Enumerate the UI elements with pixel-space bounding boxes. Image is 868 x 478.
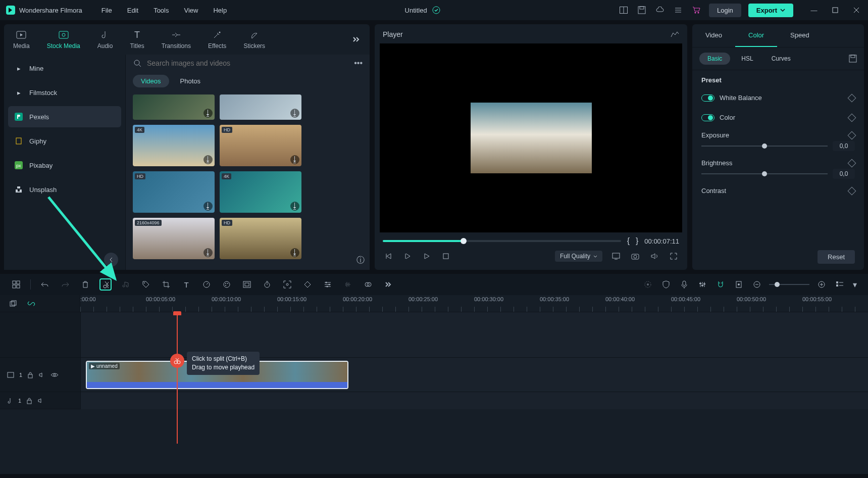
- reset-button[interactable]: Reset: [818, 250, 855, 264]
- mark-out-icon[interactable]: }: [636, 236, 638, 246]
- zoom-in-icon[interactable]: [815, 278, 828, 291]
- mix-icon[interactable]: [362, 278, 374, 291]
- brightness-value[interactable]: 0,0: [833, 169, 855, 179]
- snapshot-icon[interactable]: [630, 251, 641, 262]
- source-filmstock[interactable]: ▸Filmstock: [8, 82, 121, 103]
- play-icon[interactable]: [421, 251, 432, 262]
- visible-icon[interactable]: [50, 372, 59, 377]
- keyframe-icon[interactable]: [848, 186, 856, 195]
- save-icon[interactable]: [636, 5, 647, 16]
- copy-track-icon[interactable]: [7, 298, 19, 310]
- exposure-value[interactable]: 0,0: [833, 141, 855, 151]
- source-pexels[interactable]: Pexels: [8, 106, 121, 127]
- stop-icon[interactable]: [440, 251, 451, 262]
- download-icon[interactable]: ⭳: [290, 109, 299, 118]
- view-options-icon[interactable]: [834, 278, 846, 291]
- undo-icon[interactable]: [39, 278, 51, 291]
- menu-help[interactable]: Help: [213, 7, 227, 14]
- stock-thumb[interactable]: 2160x4096⭳: [133, 218, 215, 259]
- color-icon[interactable]: [221, 278, 233, 291]
- display-icon[interactable]: [610, 251, 622, 262]
- cloud-icon[interactable]: [654, 5, 666, 16]
- media-tab-videos[interactable]: Videos: [133, 75, 169, 87]
- music-icon[interactable]: [120, 278, 132, 291]
- menu-file[interactable]: File: [101, 7, 112, 14]
- prop-tab-speed[interactable]: Speed: [777, 24, 823, 47]
- color-toggle[interactable]: [701, 114, 714, 121]
- keyframe-icon[interactable]: [848, 93, 856, 102]
- tab-stock-media[interactable]: Stock Media: [47, 29, 80, 50]
- tab-transitions[interactable]: Transitions: [162, 29, 191, 50]
- download-icon[interactable]: ⭳: [290, 202, 299, 211]
- tab-titles[interactable]: TTitles: [130, 29, 144, 50]
- close-icon[interactable]: [851, 5, 862, 16]
- mute-icon[interactable]: [37, 398, 44, 404]
- thumbnail-grid[interactable]: ⭳ ⭳ 4K⭳ HD⭳ HD⭳ 4K⭳ 2160x4096⭳ HD⭳: [126, 90, 370, 270]
- tab-effects[interactable]: Effects: [208, 29, 226, 50]
- keyframe-icon[interactable]: [301, 278, 314, 291]
- save-preset-icon[interactable]: [849, 55, 857, 63]
- more-icon[interactable]: •••: [354, 59, 363, 68]
- timer-icon[interactable]: [261, 278, 273, 291]
- subtab-basic[interactable]: Basic: [699, 53, 730, 65]
- graph-icon[interactable]: [670, 31, 679, 38]
- marker-icon[interactable]: [733, 278, 745, 291]
- source-giphy[interactable]: Giphy: [8, 130, 121, 152]
- search-input[interactable]: [147, 59, 349, 67]
- maximize-icon[interactable]: [830, 5, 841, 16]
- lock-icon[interactable]: [27, 371, 33, 378]
- tab-audio[interactable]: Audio: [97, 29, 113, 50]
- mic-icon[interactable]: [678, 278, 690, 291]
- prop-tab-color[interactable]: Color: [735, 24, 777, 47]
- more-tools-icon[interactable]: [382, 278, 394, 291]
- shield-icon[interactable]: [660, 278, 672, 291]
- zoom-slider[interactable]: [769, 284, 809, 285]
- download-icon[interactable]: ⭳: [203, 202, 213, 211]
- tag-icon[interactable]: [140, 278, 152, 291]
- prev-frame-icon[interactable]: [383, 251, 394, 262]
- stock-thumb[interactable]: ⭳: [133, 94, 215, 120]
- layout-grid-icon[interactable]: [10, 278, 22, 291]
- menu-edit[interactable]: Edit: [127, 7, 138, 14]
- zoom-out-icon[interactable]: [751, 278, 763, 291]
- magnet-icon[interactable]: [714, 278, 727, 291]
- layout-icon[interactable]: [618, 5, 629, 16]
- menu-tools[interactable]: Tools: [154, 7, 169, 14]
- export-button[interactable]: Export: [748, 4, 793, 17]
- keyframe-icon[interactable]: [848, 131, 856, 139]
- record-icon[interactable]: [642, 278, 654, 291]
- stock-thumb[interactable]: HD⭳: [220, 125, 301, 166]
- tab-media[interactable]: Media: [13, 29, 30, 50]
- stock-thumb[interactable]: HD⭳: [133, 171, 215, 213]
- source-pixabay[interactable]: pxPixabay: [8, 155, 121, 176]
- download-icon[interactable]: ⭳: [290, 248, 299, 257]
- source-mine[interactable]: ▸Mine: [8, 58, 121, 79]
- stock-thumb[interactable]: HD⭳: [220, 218, 301, 259]
- expand-tabs-icon[interactable]: [352, 36, 361, 42]
- split-handle[interactable]: [170, 354, 184, 368]
- delete-icon[interactable]: [79, 278, 91, 291]
- login-button[interactable]: Login: [709, 4, 741, 17]
- download-icon[interactable]: ⭳: [203, 155, 213, 164]
- download-icon[interactable]: ⭳: [290, 155, 299, 164]
- audio-track[interactable]: [81, 392, 868, 409]
- timeline-ruler[interactable]: :00:0000:00:05:0000:00:10:0000:00:15:000…: [80, 295, 868, 312]
- crop-icon[interactable]: [160, 278, 172, 291]
- sliders-icon[interactable]: [322, 278, 334, 291]
- split-icon[interactable]: [99, 278, 112, 291]
- playhead[interactable]: [177, 312, 178, 444]
- subtab-curves[interactable]: Curves: [764, 53, 798, 65]
- menu-view[interactable]: View: [184, 7, 198, 14]
- exposure-slider[interactable]: [701, 146, 828, 147]
- info-icon[interactable]: ⓘ: [356, 255, 365, 266]
- subtab-hsl[interactable]: HSL: [734, 53, 760, 65]
- prop-tab-video[interactable]: Video: [692, 24, 735, 47]
- keyframe-icon[interactable]: [848, 159, 856, 167]
- keyframe-icon[interactable]: [848, 113, 856, 122]
- stock-thumb[interactable]: 4K⭳: [133, 125, 215, 166]
- mark-in-icon[interactable]: {: [627, 236, 630, 246]
- stock-thumb[interactable]: 4K⭳: [220, 171, 301, 213]
- wave-icon[interactable]: [342, 278, 354, 291]
- fullscreen-icon[interactable]: [668, 251, 679, 262]
- mixer-icon[interactable]: [696, 278, 708, 291]
